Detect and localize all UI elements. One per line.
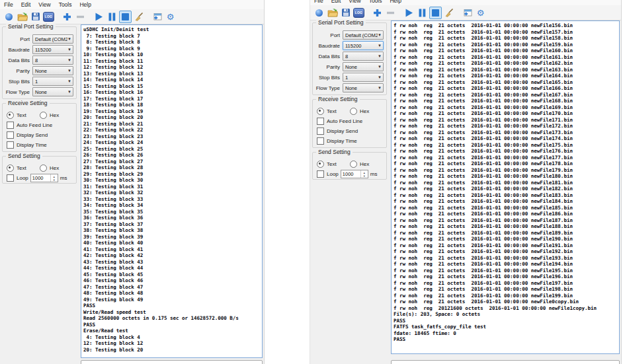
new-window-button[interactable] <box>151 11 163 23</box>
serial-terminal-window-right: File Edit View Tools Help LOG <box>310 0 622 364</box>
display-time-checkbox[interactable]: Display Time <box>7 141 73 149</box>
add-button[interactable] <box>371 7 384 19</box>
save-icon <box>31 12 40 21</box>
baudrate-label: Baudrate <box>313 43 340 49</box>
clear-button[interactable] <box>132 11 145 23</box>
loop-checkbox[interactable] <box>317 170 324 178</box>
chevron-down-icon: ▼ <box>67 69 71 73</box>
pause-icon <box>108 13 116 21</box>
log-button[interactable]: LOG <box>42 11 55 23</box>
display-send-checkbox[interactable]: Display Send <box>317 127 383 135</box>
menu-view[interactable]: View <box>34 0 54 9</box>
connect-button[interactable] <box>313 7 325 19</box>
clear-button[interactable] <box>442 7 455 19</box>
pause-button[interactable] <box>416 7 429 19</box>
open-file-button[interactable] <box>326 7 339 19</box>
stopbits-select[interactable]: 1▼ <box>32 77 73 86</box>
add-button[interactable] <box>61 11 73 23</box>
plus-icon <box>63 13 71 21</box>
flowtype-select[interactable]: None▼ <box>343 83 384 92</box>
port-label: Port <box>313 32 340 38</box>
chevron-down-icon: ▼ <box>67 48 71 52</box>
settings-button[interactable]: ⚙ <box>164 11 177 23</box>
new-window-button[interactable] <box>461 7 474 19</box>
console-output[interactable]: f rw noh reg 21 octets 2016-01-01 00:00:… <box>391 20 620 354</box>
radio-icon <box>7 112 14 119</box>
parity-select[interactable]: None▼ <box>32 66 73 75</box>
baudrate-label: Baudrate <box>3 47 30 53</box>
gear-icon: ⚙ <box>167 13 175 21</box>
auto-feed-line-checkbox[interactable]: Auto Feed Line <box>317 117 383 126</box>
auto-feed-line-checkbox[interactable]: Auto Feed Line <box>7 121 73 129</box>
ms-label: ms <box>60 175 67 181</box>
connect-button[interactable] <box>3 11 15 23</box>
console-output[interactable]: uSDHC Init/Deinit test 7: Testing block … <box>81 24 263 358</box>
loop-interval-stepper[interactable]: 1000▲▼ <box>30 174 58 182</box>
checkbox-icon <box>317 127 324 135</box>
remove-button[interactable] <box>384 7 397 19</box>
flowtype-select[interactable]: None▼ <box>32 87 73 96</box>
gear-icon: ⚙ <box>477 9 485 17</box>
menu-file[interactable]: File <box>0 0 17 9</box>
new-window-icon <box>462 8 472 17</box>
parity-select[interactable]: None▼ <box>343 62 384 71</box>
port-select[interactable]: Default (COM2)▼ <box>32 34 73 44</box>
menu-help[interactable]: Help <box>386 0 405 5</box>
databits-label: Data Bits <box>3 57 30 63</box>
databits-select[interactable]: 8▼ <box>343 52 384 61</box>
menu-file[interactable]: File <box>310 0 327 5</box>
radio-icon <box>40 164 47 172</box>
stopbits-select[interactable]: 1▼ <box>343 73 384 82</box>
stepper-arrows-icon[interactable]: ▲▼ <box>50 174 58 182</box>
start-button[interactable] <box>403 7 415 19</box>
save-icon <box>341 8 351 17</box>
send-text-radio[interactable]: Text <box>317 161 350 168</box>
receive-hex-radio[interactable]: Hex <box>40 112 73 119</box>
stop-button[interactable] <box>119 11 132 23</box>
send-setting-group: Send Setting Text Hex Loop 1000▲▼ ms <box>2 156 77 184</box>
open-folder-icon <box>17 12 28 21</box>
chevron-down-icon: ▼ <box>378 44 382 48</box>
menu-help[interactable]: Help <box>75 0 95 9</box>
loop-interval-stepper[interactable]: 1000▲▼ <box>341 170 368 178</box>
loop-label: Loop <box>327 171 339 177</box>
broom-icon <box>444 8 454 17</box>
receive-text-radio[interactable]: Text <box>317 108 350 115</box>
databits-select[interactable]: 8▼ <box>32 55 73 65</box>
send-hex-radio[interactable]: Hex <box>40 164 73 172</box>
menu-tools[interactable]: Tools <box>365 0 386 5</box>
play-icon <box>405 9 413 17</box>
receive-hex-radio[interactable]: Hex <box>350 108 383 115</box>
pause-button[interactable] <box>106 11 118 23</box>
save-button[interactable] <box>29 11 42 23</box>
receive-text-radio[interactable]: Text <box>7 112 40 119</box>
baudrate-select[interactable]: 115200▼ <box>32 45 73 54</box>
send-text-radio[interactable]: Text <box>7 164 40 172</box>
start-button[interactable] <box>93 11 105 23</box>
port-select[interactable]: Default (COM2)▼ <box>343 30 384 40</box>
menu-edit[interactable]: Edit <box>17 0 35 9</box>
radio-icon <box>350 108 357 115</box>
remove-button[interactable] <box>74 11 87 23</box>
menu-view[interactable]: View <box>345 0 364 5</box>
baudrate-select[interactable]: 115200▼ <box>343 41 384 50</box>
send-input[interactable] <box>391 360 620 364</box>
open-file-button[interactable] <box>16 11 28 23</box>
menu-tools[interactable]: Tools <box>55 0 76 9</box>
radio-icon <box>317 108 324 115</box>
settings-button[interactable]: ⚙ <box>474 7 487 19</box>
display-time-checkbox[interactable]: Display Time <box>317 137 383 145</box>
log-icon: LOG <box>353 8 364 18</box>
stepper-arrows-icon[interactable]: ▲▼ <box>360 170 368 178</box>
log-button[interactable]: LOG <box>353 7 365 19</box>
display-send-checkbox[interactable]: Display Send <box>7 131 73 139</box>
connect-icon <box>5 13 13 20</box>
loop-checkbox[interactable] <box>7 174 14 182</box>
menu-edit[interactable]: Edit <box>327 0 345 5</box>
stop-button[interactable] <box>429 7 442 19</box>
save-button[interactable] <box>339 7 352 19</box>
plus-icon <box>373 9 382 17</box>
send-input[interactable] <box>81 360 263 364</box>
send-hex-radio[interactable]: Hex <box>350 161 383 168</box>
receive-setting-group: Receive Setting Text Hex Auto Feed Line … <box>312 99 387 148</box>
